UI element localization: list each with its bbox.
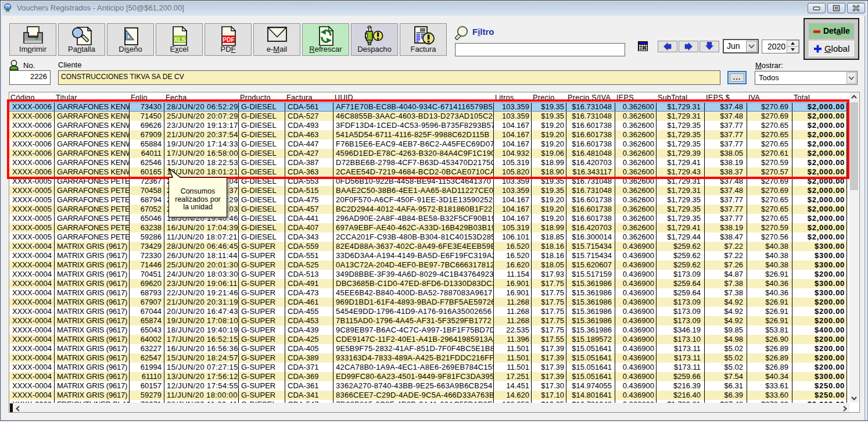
svg-text:XLS: XLS (174, 36, 185, 43)
svg-text:PDF: PDF (223, 36, 235, 43)
